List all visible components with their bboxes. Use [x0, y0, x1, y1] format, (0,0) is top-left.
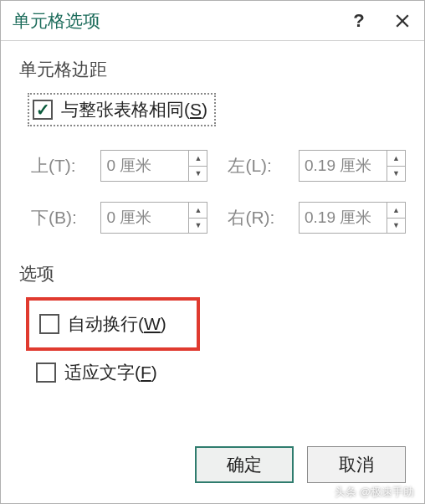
dialog-title: 单元格选项	[13, 9, 337, 33]
label-top: 上(T):	[31, 154, 80, 177]
checkbox-same-as-table-label: 与整张表格相同(S)	[61, 98, 207, 121]
checkbox-same-as-table[interactable]	[33, 100, 53, 120]
checkbox-wrap-text[interactable]	[39, 314, 59, 334]
close-button[interactable]	[381, 1, 424, 41]
close-icon	[395, 13, 410, 28]
fit-text-row: 适应文字(F)	[31, 356, 406, 389]
label-left: 左(L):	[228, 154, 279, 177]
wrap-text-highlight: 自动换行(W)	[26, 297, 200, 351]
spinner-bottom[interactable]: ▲ ▼	[100, 202, 207, 234]
checkbox-fit-text-label: 适应文字(F)	[64, 361, 157, 384]
spin-up-icon[interactable]: ▲	[387, 151, 405, 167]
spin-up-icon[interactable]: ▲	[189, 203, 207, 219]
input-bottom[interactable]	[101, 203, 188, 233]
margins-grid: 上(T): ▲ ▼ 左(L): ▲ ▼ 下(B):	[31, 150, 406, 234]
same-as-table-row: 与整张表格相同(S)	[28, 93, 216, 126]
spinner-left[interactable]: ▲ ▼	[299, 150, 406, 182]
spin-down-icon[interactable]: ▼	[189, 167, 207, 182]
wrap-text-row: 自动换行(W)	[34, 307, 172, 341]
help-button[interactable]: ?	[337, 1, 381, 41]
input-top[interactable]	[101, 151, 188, 181]
spin-down-icon[interactable]: ▼	[387, 167, 405, 182]
checkbox-fit-text[interactable]	[36, 363, 56, 383]
input-right[interactable]	[300, 203, 387, 233]
cancel-button[interactable]: 取消	[307, 446, 406, 483]
spin-down-icon[interactable]: ▼	[387, 219, 405, 234]
margins-group: 与整张表格相同(S) 上(T): ▲ ▼ 左(L): ▲	[28, 93, 406, 234]
section-options-label: 选项	[19, 262, 406, 285]
spin-down-icon[interactable]: ▼	[189, 219, 207, 234]
label-bottom: 下(B):	[31, 206, 80, 229]
input-left[interactable]	[300, 151, 387, 181]
spinner-right[interactable]: ▲ ▼	[299, 202, 406, 234]
spinner-top[interactable]: ▲ ▼	[100, 150, 207, 182]
spin-up-icon[interactable]: ▲	[387, 203, 405, 219]
cell-options-dialog: 单元格选项 ? 单元格边距 与整张表格相同(S) 上(T):	[0, 0, 425, 504]
dialog-footer: 确定 取消	[1, 436, 424, 503]
dialog-body: 单元格边距 与整张表格相同(S) 上(T): ▲ ▼ 左(L):	[1, 41, 424, 436]
ok-button[interactable]: 确定	[195, 446, 294, 483]
label-right: 右(R):	[228, 206, 279, 229]
options-section: 选项 自动换行(W) 适应文字(F)	[19, 262, 406, 389]
section-margins-label: 单元格边距	[19, 58, 406, 81]
spin-up-icon[interactable]: ▲	[189, 151, 207, 167]
checkbox-wrap-text-label: 自动换行(W)	[68, 312, 166, 336]
titlebar: 单元格选项 ?	[1, 1, 424, 41]
